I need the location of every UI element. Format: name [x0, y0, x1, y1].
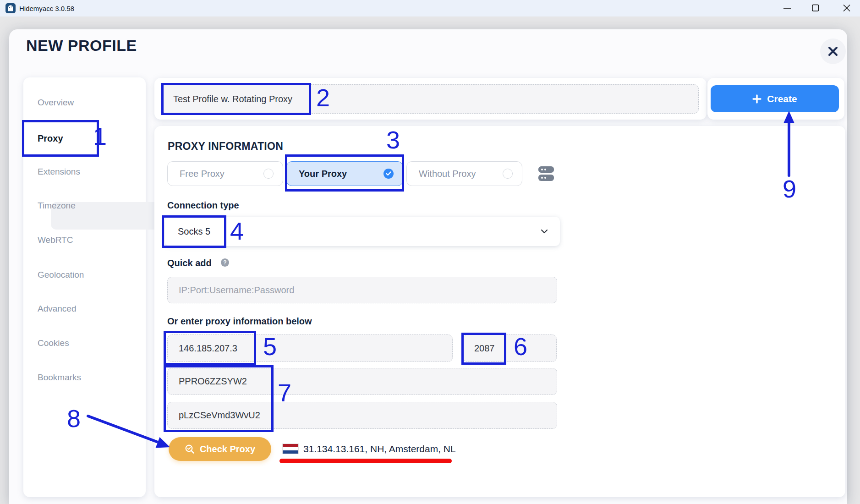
proxy-check-result: 31.134.13.161, NH, Amsterdam, NL [303, 444, 456, 455]
maximize-icon [812, 5, 819, 11]
annotation-box-7 [164, 365, 274, 432]
magnifier-check-icon [185, 444, 195, 455]
annotation-number-1: 1 [93, 124, 107, 148]
annotation-number-7: 7 [278, 380, 291, 405]
option-without-proxy[interactable]: Without Proxy [406, 161, 522, 186]
result-red-underline [279, 459, 452, 463]
window-controls [780, 4, 858, 13]
connection-type-label: Connection type [167, 200, 239, 211]
netherlands-flag-icon [282, 444, 299, 454]
help-icon[interactable]: ? [221, 258, 229, 267]
app-logo-icon [5, 3, 16, 13]
annotation-number-6: 6 [514, 334, 527, 359]
dialog-close-button[interactable] [820, 38, 846, 64]
radio-unchecked-icon [263, 169, 274, 179]
sidebar-item-overview[interactable]: Overview [38, 98, 74, 108]
window-title: Hidemyacc 3.0.58 [19, 5, 74, 12]
sidebar-item-cookies[interactable]: Cookies [38, 338, 69, 348]
proxy-manager-icon[interactable] [538, 166, 556, 181]
sidebar-item-extensions[interactable]: Extensions [38, 167, 80, 177]
annotation-box-1 [22, 120, 99, 157]
option-without-proxy-label: Without Proxy [419, 169, 476, 179]
annotation-box-4 [162, 215, 226, 248]
annotation-box-2 [161, 83, 311, 115]
sidebar-item-webrtc[interactable]: WebRTC [38, 235, 73, 245]
create-button-label: Create [767, 93, 797, 104]
check-proxy-label: Check Proxy [200, 444, 255, 455]
sidebar-item-advanced[interactable]: Advanced [38, 304, 77, 314]
annotation-box-6 [461, 333, 506, 365]
annotation-box-5 [164, 331, 256, 365]
annotation-number-4: 4 [230, 219, 244, 243]
dialog-title: NEW PROFILE [26, 37, 137, 55]
chevron-down-icon [541, 229, 548, 234]
manual-entry-label: Or enter proxy information below [167, 316, 312, 327]
close-icon [828, 46, 838, 56]
option-free-proxy-label: Free Proxy [180, 169, 225, 179]
quick-add-label: Quick add [167, 258, 212, 268]
quick-add-input[interactable] [167, 277, 557, 303]
sidebar-item-geolocation[interactable]: Geolocation [38, 270, 84, 280]
app-window: Hidemyacc 3.0.58 NEW PROFILE Overview Pr… [0, 0, 860, 504]
plus-icon [752, 94, 761, 104]
sidebar-item-bookmarks[interactable]: Bookmarks [38, 373, 81, 383]
check-proxy-button[interactable]: Check Proxy [169, 437, 271, 461]
annotation-number-8: 8 [67, 406, 81, 431]
close-window-icon [844, 5, 850, 11]
annotation-number-5: 5 [263, 334, 277, 359]
annotation-number-3: 3 [386, 127, 400, 152]
radio-unchecked-icon [503, 169, 513, 179]
option-free-proxy[interactable]: Free Proxy [167, 161, 283, 186]
create-button[interactable]: Create [711, 85, 839, 112]
annotation-number-9: 9 [783, 176, 796, 201]
sidebar-item-timezone[interactable]: Timezone [38, 201, 76, 211]
annotation-box-3 [285, 154, 404, 192]
title-bar: Hidemyacc 3.0.58 [0, 0, 860, 16]
annotation-number-2: 2 [316, 85, 330, 110]
proxy-section-heading: PROXY INFORMATION [168, 140, 283, 153]
